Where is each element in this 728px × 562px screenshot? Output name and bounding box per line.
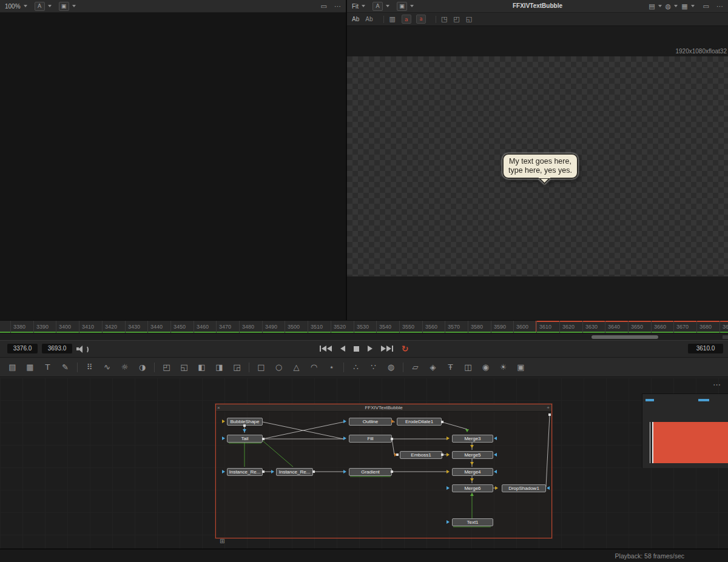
flow-node-outline[interactable]: Outline xyxy=(349,418,392,426)
loop-button[interactable]: ↻ xyxy=(402,344,409,353)
flow-node-merge5[interactable]: Merge5 xyxy=(452,451,493,459)
brightness-contrast-icon[interactable]: ☼ xyxy=(116,363,133,372)
node-port-blue-icon[interactable] xyxy=(547,486,550,490)
node-port-yellow-icon[interactable] xyxy=(470,462,474,465)
flow-canvas[interactable]: × FFXIVTextBubble + ⋯ ⊞ BubbleShapeTailO… xyxy=(0,378,728,549)
pmerge-icon[interactable]: ∵ xyxy=(365,363,382,372)
node-port-blue-icon[interactable] xyxy=(222,437,225,440)
flow-menu-icon[interactable]: ⋯ xyxy=(713,380,721,389)
viewer-mode-select[interactable]: ▣ xyxy=(397,2,414,11)
fit-select[interactable]: Fit xyxy=(352,3,365,10)
node-port-blue-icon[interactable] xyxy=(494,437,497,440)
node-connector[interactable] xyxy=(312,470,315,473)
merge-3d-icon[interactable]: ◫ xyxy=(459,363,477,372)
viewer-menu-icon[interactable]: ⋯ xyxy=(716,2,723,10)
fast-noise-icon[interactable]: ⠿ xyxy=(81,363,98,372)
merge-icon[interactable]: ◨ xyxy=(211,363,228,372)
scrollbar-thumb[interactable] xyxy=(592,335,658,339)
node-port-yellow-icon[interactable] xyxy=(470,478,474,481)
camera-3d-icon[interactable]: ◉ xyxy=(477,363,494,372)
prender-icon[interactable]: ◍ xyxy=(382,363,400,372)
node-port-orange-icon[interactable] xyxy=(391,420,394,423)
group-expand-icon[interactable]: + xyxy=(547,404,550,411)
resize-icon[interactable]: ◲ xyxy=(228,363,246,372)
node-port-yellow-icon[interactable] xyxy=(447,470,450,473)
media-in-icon[interactable]: ▤ xyxy=(4,363,21,372)
ellipse-mask-icon[interactable]: ○ xyxy=(270,363,288,372)
node-port-blue-icon[interactable] xyxy=(447,520,450,524)
rectangle-mask-icon[interactable]: □ xyxy=(252,363,270,372)
float-window-icon[interactable]: ▭ xyxy=(703,2,709,10)
node-port-blue-icon[interactable] xyxy=(343,437,346,440)
go-to-start-button[interactable] xyxy=(320,344,332,353)
flow-node-text1[interactable]: Text1 xyxy=(452,518,493,526)
letterbox-icon[interactable]: ◧ xyxy=(193,363,211,372)
flow-node-merge6[interactable]: Merge6 xyxy=(452,484,493,492)
flow-node-instance-re[interactable]: Instance_Re... xyxy=(227,468,263,476)
smooth-resize-icon[interactable]: ◳ xyxy=(441,15,447,23)
node-port-blue-icon[interactable] xyxy=(447,486,450,490)
node-group-header[interactable]: × FFXIVTextBubble + xyxy=(216,404,551,412)
polygon-mask-icon[interactable]: △ xyxy=(288,363,305,372)
node-connector[interactable] xyxy=(441,453,443,456)
zoom-select[interactable]: 100% xyxy=(5,3,27,10)
renderer-3d-icon[interactable]: ▣ xyxy=(512,363,530,372)
stop-button[interactable] xyxy=(354,344,359,353)
node-port-blue-icon[interactable] xyxy=(243,429,246,432)
go-to-end-button[interactable] xyxy=(381,344,393,353)
flow-node-gradient[interactable]: Gradient xyxy=(349,468,392,476)
dod-icon[interactable]: ◱ xyxy=(466,15,472,23)
node-connector[interactable] xyxy=(243,424,246,427)
node-port-yellow-icon[interactable] xyxy=(222,420,225,423)
node-port-green-icon[interactable] xyxy=(470,493,474,496)
flow-node-fill[interactable]: Fill xyxy=(349,435,392,443)
group-close-icon[interactable]: × xyxy=(217,404,220,411)
view-3d-select[interactable]: ◍ xyxy=(666,2,678,10)
current-frame-field[interactable]: 3610.0 xyxy=(688,344,723,353)
play-reverse-button[interactable] xyxy=(340,344,345,353)
hue-curves-icon[interactable]: ◑ xyxy=(133,363,151,372)
node-port-yellow-icon[interactable] xyxy=(447,437,450,440)
flow-node-merge3[interactable]: Merge3 xyxy=(452,435,493,443)
transparency-checkerboard[interactable]: My text goes here, type here, yes yes. xyxy=(347,56,728,276)
buffer-b-button[interactable]: Ab xyxy=(365,16,372,22)
lut-select[interactable]: ▤ xyxy=(649,2,661,10)
viewer-menu-icon[interactable]: ⋯ xyxy=(334,2,341,10)
panel-handle-bar[interactable] xyxy=(645,399,654,401)
node-connector[interactable] xyxy=(391,470,393,473)
text-plus-icon[interactable]: T xyxy=(39,363,56,372)
crop-icon[interactable]: ◱ xyxy=(175,363,193,372)
roi-icon[interactable]: ◰ xyxy=(453,15,459,23)
node-port-blue-icon[interactable] xyxy=(271,470,274,473)
paint-icon[interactable]: ✎ xyxy=(56,363,74,372)
viewer-left-canvas[interactable] xyxy=(0,13,346,320)
wand-mask-icon[interactable]: ⋆ xyxy=(323,363,340,372)
node-port-blue-icon[interactable] xyxy=(494,453,497,457)
checker-underlay-icon[interactable]: ▥ xyxy=(389,15,395,23)
node-connector[interactable] xyxy=(391,438,393,440)
flow-node-instance-re[interactable]: Instance_Re... xyxy=(276,468,313,476)
red-color-swatch[interactable] xyxy=(652,422,728,463)
flow-node-emboss1[interactable]: Emboss1 xyxy=(400,451,442,459)
node-port-blue-icon[interactable] xyxy=(494,470,497,473)
viewer-mode-select[interactable]: ▣ xyxy=(59,2,76,11)
node-port-yellow-icon[interactable] xyxy=(447,453,450,457)
image-plane-3d-icon[interactable]: ▱ xyxy=(406,363,424,372)
spot-light-icon[interactable]: ☀ xyxy=(494,363,512,372)
panel-handle-bar[interactable] xyxy=(698,399,709,401)
node-port-blue-icon[interactable] xyxy=(222,470,225,473)
color-curves-icon[interactable]: ∿ xyxy=(98,363,116,372)
node-port-green-icon[interactable] xyxy=(465,429,469,432)
node-port-yellow-icon[interactable] xyxy=(470,445,474,448)
flow-node-erodedilate1[interactable]: ErodeDilate1 xyxy=(397,418,442,426)
transform-icon[interactable]: ◰ xyxy=(158,363,175,372)
flow-node-dropshadow1[interactable]: DropShadow1 xyxy=(502,484,546,492)
node-connector[interactable] xyxy=(441,421,443,423)
channel-select[interactable]: A xyxy=(372,2,389,11)
flow-node-merge4[interactable]: Merge4 xyxy=(452,468,493,476)
frame-ruler[interactable]: 3380339034003410342034303440345034603470… xyxy=(0,320,728,333)
viewer-right-canvas[interactable]: 1920x1080xfloat32 My text goes here, typ… xyxy=(347,26,728,321)
node-port-blue-icon[interactable] xyxy=(343,470,346,473)
alpha-multiply-icon[interactable]: a xyxy=(416,15,426,24)
buffer-a-button[interactable]: Ab xyxy=(352,16,359,22)
